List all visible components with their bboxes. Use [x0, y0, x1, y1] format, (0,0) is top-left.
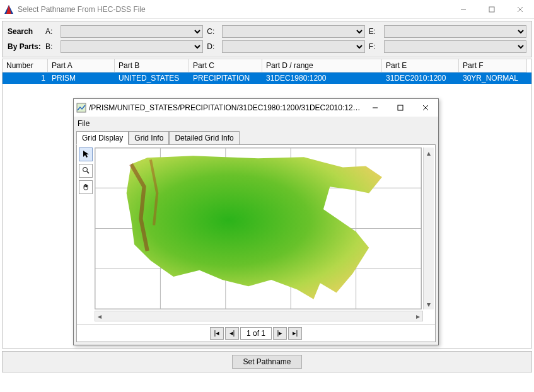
- grid-viewer-menubar: File: [74, 117, 438, 130]
- part-c-label: C:: [207, 27, 218, 36]
- plot-vertical-scrollbar[interactable]: ▴ ▾: [423, 147, 434, 309]
- cell-part-b: UNITED_STATES: [115, 72, 189, 84]
- part-e-label: E:: [369, 27, 380, 36]
- grid-display-page: ▴ ▾ ◂ ▸ |◂ ◂| 1 of 1 |▸ ▸|: [76, 144, 436, 342]
- svg-marker-11: [83, 151, 89, 158]
- pager-last-button[interactable]: ▸|: [288, 327, 302, 340]
- grid-viewer-tabs: Grid Display Grid Info Detailed Grid Inf…: [74, 130, 438, 144]
- tab-detailed-grid-info[interactable]: Detailed Grid Info: [169, 131, 239, 145]
- grid-pager: |◂ ◂| 1 of 1 |▸ ▸|: [77, 324, 435, 342]
- cell-number: 1: [3, 72, 48, 84]
- pager-next-button[interactable]: |▸: [273, 327, 287, 340]
- col-part-b[interactable]: Part B: [115, 59, 189, 72]
- tab-grid-display[interactable]: Grid Display: [76, 131, 129, 145]
- pan-tool-button[interactable]: [79, 180, 93, 194]
- search-label: Search: [8, 27, 42, 36]
- svg-rect-3: [489, 7, 494, 12]
- set-pathname-button[interactable]: Set Pathname: [232, 355, 301, 369]
- cell-part-c: PRECIPITATION: [189, 72, 262, 84]
- skip-first-icon: |◂: [214, 329, 220, 337]
- scroll-left-icon[interactable]: ◂: [95, 312, 104, 321]
- scroll-down-icon[interactable]: ▾: [424, 299, 434, 309]
- grid-viewer-window[interactable]: /PRISM/UNITED_STATES/PRECIPITATION/31DEC…: [73, 98, 439, 345]
- skip-last-icon: ▸|: [293, 329, 298, 337]
- menu-file[interactable]: File: [78, 119, 90, 128]
- grid-viewer-title: /PRISM/UNITED_STATES/PRECIPITATION/31DEC…: [89, 103, 363, 112]
- grid-viewer-titlebar[interactable]: /PRISM/UNITED_STATES/PRECIPITATION/31DEC…: [74, 99, 438, 117]
- window-title: Select Pathname From HEC-DSS File: [18, 5, 449, 14]
- plot-tool-column: [77, 145, 95, 311]
- grid-plot-canvas[interactable]: [95, 147, 422, 309]
- col-part-e[interactable]: Part E: [382, 59, 459, 72]
- col-part-c[interactable]: Part C: [189, 59, 262, 72]
- search-by-parts-panel: Search A: C: E: By Parts: B: D: F:: [2, 21, 532, 57]
- close-button[interactable]: [506, 0, 534, 19]
- bottom-button-bar: Set Pathname: [2, 351, 532, 372]
- table-header-row: Number Part A Part B Part C Part D / ran…: [3, 59, 531, 72]
- grid-viewer-close-button[interactable]: [413, 99, 438, 117]
- tab-grid-info[interactable]: Grid Info: [129, 131, 169, 145]
- maximize-button[interactable]: [477, 0, 506, 19]
- cell-part-d: 31DEC1980:1200: [262, 72, 382, 84]
- table-row[interactable]: 1 PRISM UNITED_STATES PRECIPITATION 31DE…: [3, 72, 531, 84]
- step-prev-icon: ◂|: [229, 329, 235, 337]
- pager-page-field[interactable]: 1 of 1: [240, 327, 272, 340]
- app-icon: [4, 4, 14, 14]
- pager-prev-button[interactable]: ◂|: [225, 327, 239, 340]
- grid-viewer-minimize-button[interactable]: [363, 99, 388, 117]
- scroll-right-icon[interactable]: ▸: [414, 312, 422, 321]
- part-c-select[interactable]: [222, 25, 364, 38]
- svg-point-12: [83, 167, 88, 171]
- part-a-select[interactable]: [61, 25, 203, 38]
- us-map-icon: [95, 148, 421, 309]
- col-part-f[interactable]: Part F: [459, 59, 527, 72]
- col-part-a[interactable]: Part A: [48, 59, 115, 72]
- grid-viewer-app-icon: [76, 103, 86, 113]
- byparts-label: By Parts:: [8, 42, 42, 51]
- zoom-tool-button[interactable]: [79, 164, 93, 178]
- col-part-d[interactable]: Part D / range: [262, 59, 382, 72]
- cell-part-e: 31DEC2010:1200: [382, 72, 459, 84]
- magnifier-icon: [82, 166, 90, 176]
- part-e-select[interactable]: [384, 25, 526, 38]
- cell-part-a: PRISM: [48, 72, 115, 84]
- scroll-up-icon[interactable]: ▴: [424, 147, 434, 158]
- part-f-select[interactable]: [384, 40, 526, 53]
- pointer-icon: [82, 150, 90, 159]
- minimize-button[interactable]: [449, 0, 477, 19]
- step-next-icon: |▸: [277, 329, 283, 337]
- pager-first-button[interactable]: |◂: [210, 327, 224, 340]
- grid-viewer-maximize-button[interactable]: [388, 99, 413, 117]
- pointer-tool-button[interactable]: [79, 147, 93, 161]
- pathname-table: Number Part A Part B Part C Part D / ran…: [2, 59, 532, 349]
- part-a-label: A:: [45, 27, 57, 36]
- part-b-select[interactable]: [61, 40, 203, 53]
- part-d-label: D:: [207, 42, 218, 51]
- svg-line-13: [87, 171, 89, 173]
- window-titlebar: Select Pathname From HEC-DSS File: [0, 0, 534, 19]
- col-number[interactable]: Number: [3, 59, 48, 72]
- plot-horizontal-scrollbar[interactable]: ◂ ▸: [95, 311, 423, 321]
- svg-rect-8: [398, 105, 403, 110]
- part-b-label: B:: [45, 42, 57, 51]
- part-d-select[interactable]: [222, 40, 364, 53]
- cell-part-f: 30YR_NORMAL: [459, 72, 527, 84]
- hand-icon: [82, 183, 90, 192]
- part-f-label: F:: [369, 42, 380, 51]
